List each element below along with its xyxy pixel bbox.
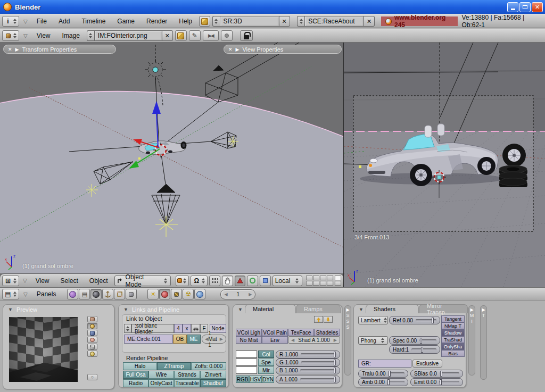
shading-context-button[interactable]: [90, 289, 102, 299]
slider-g[interactable]: G 1.000: [276, 358, 340, 366]
strands-button[interactable]: Strands: [174, 371, 200, 379]
menu-render[interactable]: Render: [142, 18, 172, 25]
onlysha-button[interactable]: OnlySha: [441, 343, 465, 350]
specular-color-swatch[interactable]: [236, 358, 257, 366]
full-osa-button[interactable]: Full Osa: [123, 371, 148, 379]
mirror-uv-button[interactable]: ▶◀: [203, 30, 219, 41]
mir-button[interactable]: Mir: [258, 366, 274, 374]
script-context-button[interactable]: ▤: [79, 289, 90, 299]
trashad-button[interactable]: TraShad: [441, 336, 465, 343]
panel-close-icon[interactable]: ✕: [228, 47, 233, 52]
vcol-light-button[interactable]: VCol Ligh: [236, 329, 262, 336]
preview-cube-button[interactable]: [87, 330, 97, 336]
window-titlebar[interactable]: Blender ✕: [0, 0, 545, 14]
screen-field[interactable]: SR:3D: [220, 16, 279, 27]
screen-delete-icon[interactable]: ✕: [279, 16, 290, 27]
manipulator-toggle-button[interactable]: [209, 276, 220, 286]
auto-name-button[interactable]: [191, 324, 200, 333]
spec-slider[interactable]: Spec 0.00: [389, 336, 440, 345]
menu-view3d[interactable]: View: [31, 277, 54, 285]
tab-shaders[interactable]: Shaders: [366, 304, 419, 313]
editor-type-button-3d[interactable]: ⊞: [2, 276, 19, 286]
hard-slider[interactable]: Hard:1: [389, 345, 440, 354]
menu-add[interactable]: Add: [54, 18, 75, 25]
restore-button[interactable]: [519, 2, 531, 12]
slider-r[interactable]: R 1.000: [276, 351, 340, 358]
layer-buttons[interactable]: [306, 276, 341, 286]
frame-next-icon[interactable]: ▶: [249, 292, 252, 297]
translate-toggle-button[interactable]: [235, 276, 246, 286]
wire-button[interactable]: Wire: [148, 371, 174, 379]
amb-slider[interactable]: Amb 0.00: [358, 378, 408, 386]
lamp-subcontext-button[interactable]: ☀: [147, 289, 159, 299]
record-button[interactable]: [221, 30, 233, 41]
mesh-name-field[interactable]: ME:Circle.001: [124, 335, 173, 344]
collapse-menu-icon[interactable]: ▽: [21, 19, 30, 24]
nmap-button[interactable]: NMap T: [441, 322, 465, 329]
sbias-slider[interactable]: SBias 0.0: [410, 370, 463, 378]
rgb-button[interactable]: RGB: [236, 376, 249, 383]
emit-slider[interactable]: Emit 0.00: [410, 378, 463, 386]
sss-collapsed-tab[interactable]: ▶ S S S: [344, 305, 351, 376]
frame-number[interactable]: 1: [236, 291, 240, 297]
preview-monkey-button[interactable]: [87, 337, 97, 343]
ref-slider[interactable]: Ref 0.80: [389, 316, 440, 324]
image-delete-icon[interactable]: ✕: [162, 30, 173, 41]
ztransp-button[interactable]: ZTransp: [157, 362, 191, 370]
menu-object[interactable]: Object: [85, 277, 113, 285]
tab-ramps[interactable]: Ramps: [296, 304, 341, 313]
panel-expand-icon[interactable]: ▶: [236, 47, 240, 52]
paste-material-button[interactable]: [324, 316, 333, 323]
me-button[interactable]: ME: [187, 335, 201, 344]
zinvert-button[interactable]: ZInvert: [200, 371, 226, 379]
logic-context-button[interactable]: [67, 289, 78, 299]
editor-type-button-buttons[interactable]: ▤: [2, 289, 19, 299]
view-properties-panel[interactable]: ✕ ▶ View Properties: [224, 45, 342, 54]
tab-mirror-transp[interactable]: Mirror Transp: [419, 304, 468, 313]
col-button[interactable]: Col: [258, 351, 274, 358]
image-field[interactable]: IM:FOinterior.png: [94, 30, 162, 41]
frame-stepper[interactable]: ◀ 1 ▶: [220, 289, 255, 299]
onlycast-button[interactable]: OnlyCast: [148, 379, 174, 387]
scale-toggle-button[interactable]: [260, 276, 271, 286]
specular-shader-dropdown[interactable]: Phong: [358, 336, 388, 345]
material-index-stepper[interactable]: ◀ 1 Mat 1 ▶: [202, 335, 226, 344]
spe-button[interactable]: Spe: [258, 358, 274, 366]
panel-collapse-icon[interactable]: ▼: [123, 307, 128, 312]
manipulator-hand-button[interactable]: [222, 276, 233, 286]
radio-button[interactable]: Radio: [123, 379, 148, 387]
panel-collapse-icon[interactable]: ▼: [8, 307, 13, 312]
env-button[interactable]: Env: [262, 336, 288, 344]
editing-context-button[interactable]: [114, 289, 125, 299]
viewport-3d-left[interactable]: ✕ ▶ Transform Properties ✕ ▶ View Proper…: [0, 43, 343, 287]
fake-user-button[interactable]: F: [200, 324, 208, 333]
exclusive-button[interactable]: Exclusive: [412, 360, 442, 368]
panel-close-icon[interactable]: ✕: [8, 47, 12, 52]
minimize-button[interactable]: [507, 2, 518, 12]
package-button[interactable]: [199, 16, 210, 27]
scene-context-button[interactable]: [126, 289, 137, 299]
preview-sphere-button[interactable]: [87, 323, 97, 329]
pack-image-button[interactable]: [175, 30, 187, 41]
orientation-dropdown[interactable]: Local: [272, 276, 302, 286]
shadeless-button[interactable]: Shadeles: [314, 329, 340, 336]
viewport-3d-right[interactable]: 3/4 Front.013 z x (1) grand sol ombre: [343, 43, 545, 287]
object-context-button[interactable]: [102, 289, 113, 299]
screen-stepper[interactable]: [212, 16, 220, 27]
tralu-slider[interactable]: Tralu 0.00: [358, 370, 408, 378]
collapse-menu-icon[interactable]: ▽: [21, 33, 30, 39]
lock-button[interactable]: [240, 30, 253, 41]
preview-refresh-button[interactable]: ○: [87, 374, 97, 380]
zoffs-field[interactable]: Zoffs: 0.000: [191, 362, 226, 370]
collapse-menu-icon[interactable]: ▽: [21, 291, 30, 297]
scene-field[interactable]: SCE:RaceAbout: [304, 16, 364, 27]
transform-properties-panel[interactable]: ✕ ▶ Transform Properties: [3, 45, 116, 54]
preview-sky-button[interactable]: [87, 351, 97, 357]
frame-prev-icon[interactable]: ◀: [224, 292, 227, 297]
vcol-paint-button[interactable]: VCol Pain: [262, 329, 288, 336]
halo-button[interactable]: Halo: [123, 362, 157, 370]
ob-button[interactable]: OB: [173, 335, 187, 344]
menu-timeline[interactable]: Timeline: [77, 18, 110, 25]
menu-select[interactable]: Select: [56, 277, 83, 285]
mirror-collapsed-tab[interactable]: ▶ M I: [468, 305, 475, 376]
